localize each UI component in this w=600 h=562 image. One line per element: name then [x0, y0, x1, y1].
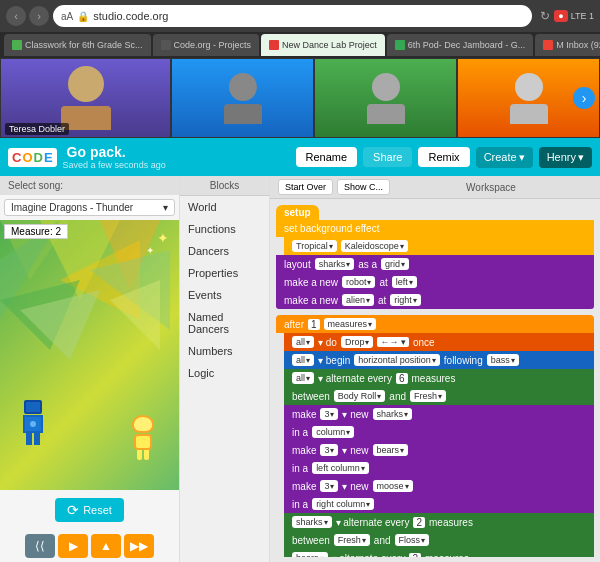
tab-inbox[interactable]: M Inbox (92) - hgreifil...	[535, 34, 600, 56]
fast-forward-button[interactable]: ▶▶	[124, 534, 154, 558]
tab-classwork[interactable]: Classwork for 6th Grade Sc...	[4, 34, 151, 56]
reset-button[interactable]: ⟳ Reset	[55, 498, 124, 522]
grid-dropdown[interactable]: grid	[381, 258, 409, 270]
blocks-panel: Blocks World Functions Dancers Propertie…	[180, 176, 270, 562]
category-numbers[interactable]: Numbers	[180, 340, 269, 362]
floss-dropdown[interactable]: Floss	[395, 534, 430, 546]
make-sharks-block: make 3 ▾ new sharks	[284, 405, 594, 423]
status-red-icon: ●	[554, 10, 567, 22]
code-logo: C O D E	[8, 148, 57, 167]
category-properties[interactable]: Properties	[180, 262, 269, 284]
tab-codeorg[interactable]: Code.org - Projects	[153, 34, 260, 56]
sharks-new-dropdown[interactable]: sharks	[373, 408, 413, 420]
code-area[interactable]: setup set background effect Tropical Kal…	[270, 199, 600, 557]
kaleidoscope-dropdown[interactable]: Kaleidoscope	[341, 240, 408, 252]
category-events[interactable]: Events	[180, 284, 269, 306]
after-measures-block: after 1 measures	[276, 315, 594, 333]
song-select[interactable]: Imagine Dragons - Thunder ▾	[4, 199, 175, 216]
address-bar[interactable]: aA 🔒 studio.code.org	[53, 5, 532, 27]
reset-icon: ⟳	[67, 502, 79, 518]
category-functions[interactable]: Functions	[180, 218, 269, 240]
start-over-button[interactable]: Start Over	[278, 179, 333, 195]
star-decoration-2: ✦	[146, 245, 154, 256]
column-dropdown[interactable]: column	[312, 426, 354, 438]
robot-character	[15, 400, 50, 450]
drop-dropdown[interactable]: Drop	[341, 336, 374, 348]
right-dropdown[interactable]: right	[390, 294, 421, 306]
measure-label: Measure: 2	[4, 224, 68, 239]
alien-character	[132, 415, 154, 460]
henry-button[interactable]: Henry ▾	[539, 147, 592, 168]
right-column-dropdown[interactable]: right column	[312, 498, 374, 510]
moose-dropdown[interactable]: moose	[373, 480, 413, 492]
next-video-button[interactable]: ›	[573, 87, 595, 109]
category-named-dancers[interactable]: Named Dancers	[180, 306, 269, 340]
make-bears-block: make 3 ▾ new bears	[284, 441, 594, 459]
category-logic[interactable]: Logic	[180, 362, 269, 384]
begin-position-block: all ▾ begin horizontal position followin…	[284, 351, 594, 369]
all-dropdown-1[interactable]: all	[292, 336, 314, 348]
browser-toolbar: ‹ › aA 🔒 studio.code.org ↻ ● LTE 1	[0, 0, 600, 32]
tropical-block: Tropical Kaleidoscope	[284, 237, 594, 255]
step-button[interactable]: ▲	[91, 534, 121, 558]
tab-jamboard[interactable]: 6th Pod- Dec Jamboard - G...	[387, 34, 534, 56]
remix-button[interactable]: Remix	[418, 147, 469, 167]
measures-dropdown[interactable]: measures	[324, 318, 377, 330]
in-column-block: in a column	[284, 423, 594, 441]
bears-alternate-dropdown[interactable]: bears	[292, 552, 328, 557]
bass-dropdown[interactable]: bass	[487, 354, 519, 366]
make-moose-block: make 3 ▾ new moose	[284, 477, 594, 495]
video-cell-4: ›	[457, 58, 600, 138]
video-cell-3	[314, 58, 457, 138]
workspace-title: Workspace	[390, 182, 592, 193]
robot-dropdown[interactable]: robot	[342, 276, 376, 288]
forward-button[interactable]: ›	[29, 6, 49, 26]
play-button[interactable]: ▶	[58, 534, 88, 558]
left-dropdown[interactable]: left	[392, 276, 417, 288]
tropical-dropdown[interactable]: Tropical	[292, 240, 337, 252]
video-strip: Teresa Dobler ›	[0, 58, 600, 138]
star-decoration: ✦	[157, 230, 169, 246]
all-dropdown-3[interactable]: all	[292, 372, 314, 384]
dance-preview: Measure: 2	[0, 220, 179, 490]
lte-indicator: LTE 1	[571, 11, 594, 21]
horizontal-pos-dropdown[interactable]: horizontal position	[354, 354, 440, 366]
playback-controls: ⟨⟨ ▶ ▲ ▶▶	[0, 530, 179, 562]
bears-dropdown[interactable]: bears	[373, 444, 409, 456]
workspace: Start Over Show C... Workspace setup set…	[270, 176, 600, 562]
reload-button[interactable]: ↻	[540, 9, 550, 23]
two-count-2: 2	[409, 553, 421, 558]
arrow-indicator: ←→ ▾	[377, 337, 409, 347]
alien-dropdown[interactable]: alien	[342, 294, 374, 306]
sharks-dropdown[interactable]: sharks	[315, 258, 355, 270]
set-bg-block: set background effect	[276, 220, 594, 237]
sharks-alternate-dropdown[interactable]: sharks	[292, 516, 332, 528]
between-body-roll-block: between Body Roll and Fresh	[284, 387, 594, 405]
category-world[interactable]: World	[180, 196, 269, 218]
rename-button[interactable]: Rename	[296, 147, 358, 167]
layout-block: layout sharks as a grid	[276, 255, 594, 273]
address-short: aA	[61, 11, 73, 22]
create-button[interactable]: Create ▾	[476, 147, 533, 168]
body-roll-dropdown[interactable]: Body Roll	[334, 390, 386, 402]
share-button[interactable]: Share	[363, 147, 412, 167]
sharks-alternate-block: sharks ▾ alternate every 2 measures	[284, 513, 594, 531]
three-dropdown-1[interactable]: 3	[320, 408, 338, 420]
restart-button[interactable]: ⟨⟨	[25, 534, 55, 558]
three-dropdown-2[interactable]: 3	[320, 444, 338, 456]
bears-alternate-block: bears ▾ alternate every 2 measures	[284, 549, 594, 557]
tab-dance-lab[interactable]: New Dance Lab Project	[261, 34, 385, 56]
two-count-1: 2	[413, 517, 425, 528]
blocks-panel-header: Blocks	[180, 176, 269, 196]
after-block-group: after 1 measures all ▾ do Drop ←→ ▾ once…	[276, 315, 594, 557]
category-dancers[interactable]: Dancers	[180, 240, 269, 262]
show-code-button[interactable]: Show C...	[337, 179, 390, 195]
fresh-dropdown-1[interactable]: Fresh	[410, 390, 446, 402]
fresh-dropdown-2[interactable]: Fresh	[334, 534, 370, 546]
address-lock-icon: 🔒	[77, 11, 89, 22]
back-button[interactable]: ‹	[6, 6, 26, 26]
left-column-dropdown[interactable]: left column	[312, 462, 369, 474]
in-right-column-block: in a right column	[284, 495, 594, 513]
three-dropdown-3[interactable]: 3	[320, 480, 338, 492]
all-dropdown-2[interactable]: all	[292, 354, 314, 366]
